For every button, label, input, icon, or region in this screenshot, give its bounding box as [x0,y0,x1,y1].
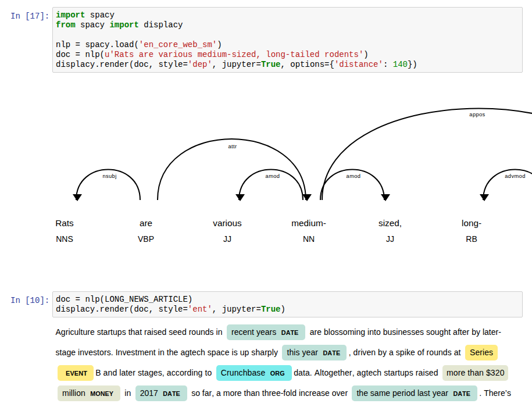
svg-text:amod: amod [266,173,280,179]
svg-text:JJ: JJ [223,234,231,244]
svg-text:appos: appos [469,112,485,117]
svg-text:are: are [140,218,152,228]
svg-text:RB: RB [466,234,477,244]
svg-text:various: various [213,218,242,228]
svg-text:amod: amod [347,173,361,179]
svg-text:Rats: Rats [55,218,74,228]
svg-text:advmod: advmod [505,173,525,179]
svg-text:JJ: JJ [386,234,394,244]
svg-text:NN: NN [303,234,315,244]
svg-text:sized,: sized, [379,218,402,228]
svg-text:long-: long- [462,218,481,228]
svg-text:nsubj: nsubj [102,173,116,179]
svg-text:VBP: VBP [138,234,154,244]
svg-text:NNS: NNS [56,234,73,244]
svg-text:attr: attr [228,144,237,149]
svg-text:medium-: medium- [291,218,326,228]
